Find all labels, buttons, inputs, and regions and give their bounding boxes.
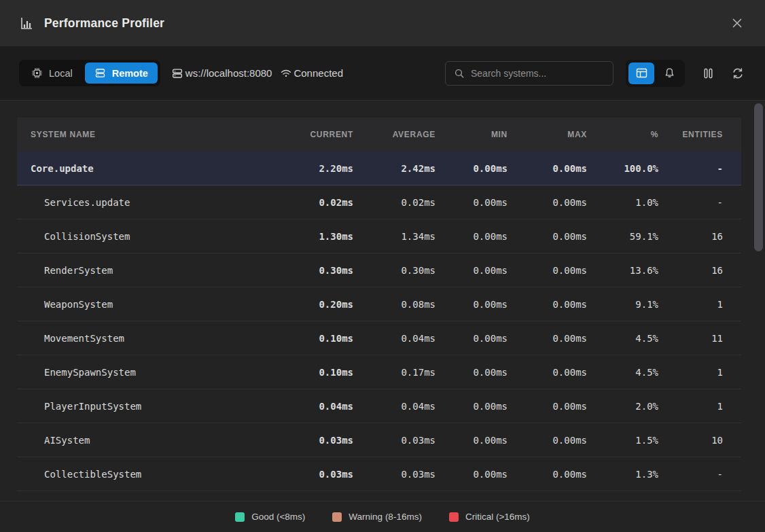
- close-icon[interactable]: [727, 13, 747, 33]
- table-row[interactable]: Services.update 0.02ms 0.02ms 0.00ms 0.0…: [17, 185, 741, 219]
- column-header-system-name[interactable]: SYSTEM NAME: [17, 130, 272, 139]
- local-mode-label: Local: [49, 68, 73, 79]
- cpu-icon: [31, 67, 43, 79]
- percent-cell: 100.0%: [587, 163, 658, 174]
- column-header-current[interactable]: CURRENT: [272, 130, 353, 139]
- entities-cell: 16: [658, 231, 741, 242]
- systems-table: SYSTEM NAME CURRENT AVERAGE MIN MAX % EN…: [17, 118, 741, 491]
- current-cell: 0.10ms: [272, 333, 353, 344]
- current-cell: 0.20ms: [272, 299, 353, 310]
- percent-cell: 2.0%: [587, 401, 658, 412]
- refresh-button[interactable]: [728, 64, 747, 83]
- table-header: SYSTEM NAME CURRENT AVERAGE MIN MAX % EN…: [17, 118, 741, 152]
- current-cell: 2.20ms: [272, 163, 353, 174]
- current-cell: 0.10ms: [272, 367, 353, 378]
- table-row[interactable]: EnemySpawnSystem 0.10ms 0.17ms 0.00ms 0.…: [17, 355, 741, 389]
- system-name-cell: AISystem: [17, 435, 272, 446]
- current-cell: 0.03ms: [272, 435, 353, 446]
- average-cell: 0.02ms: [353, 197, 435, 208]
- max-cell: 0.00ms: [508, 163, 587, 174]
- legend-swatch: [332, 512, 342, 522]
- table-row[interactable]: WeaponSystem 0.20ms 0.08ms 0.00ms 0.00ms…: [17, 287, 741, 321]
- column-header-max[interactable]: MAX: [508, 130, 587, 139]
- min-cell: 0.00ms: [435, 435, 508, 446]
- column-header-min[interactable]: MIN: [435, 130, 508, 139]
- bell-icon: [664, 67, 675, 79]
- max-cell: 0.00ms: [508, 367, 587, 378]
- table-row[interactable]: RenderSystem 0.30ms 0.30ms 0.00ms 0.00ms…: [17, 253, 741, 287]
- current-cell: 0.04ms: [272, 401, 353, 412]
- wifi-icon: [280, 68, 292, 79]
- average-cell: 0.30ms: [353, 265, 435, 276]
- table-row[interactable]: CollectibleSystem 0.03ms 0.03ms 0.00ms 0…: [17, 457, 741, 491]
- column-header-entities[interactable]: ENTITIES: [658, 130, 741, 139]
- legend-swatch: [235, 512, 245, 522]
- table-row[interactable]: PlayerInputSystem 0.04ms 0.04ms 0.00ms 0…: [17, 389, 741, 423]
- current-cell: 0.30ms: [272, 265, 353, 276]
- search-input[interactable]: [471, 68, 605, 79]
- average-cell: 0.08ms: [353, 299, 435, 310]
- connection-info: ws://localhost:8080 Connected: [171, 67, 343, 79]
- system-name-cell: Services.update: [17, 197, 272, 208]
- table-row[interactable]: AISystem 0.03ms 0.03ms 0.00ms 0.00ms 1.5…: [17, 423, 741, 457]
- max-cell: 0.00ms: [508, 197, 587, 208]
- min-cell: 0.00ms: [435, 367, 508, 378]
- remote-mode-label: Remote: [112, 68, 148, 79]
- percent-cell: 9.1%: [587, 299, 658, 310]
- pause-button[interactable]: [698, 64, 717, 83]
- average-cell: 0.03ms: [353, 469, 435, 480]
- entities-cell: -: [658, 469, 741, 480]
- connection-url: ws://localhost:8080: [185, 67, 272, 79]
- table-row[interactable]: MovementSystem 0.10ms 0.04ms 0.00ms 0.00…: [17, 321, 741, 355]
- max-cell: 0.00ms: [508, 231, 587, 242]
- bar-chart-icon: [19, 16, 34, 31]
- current-cell: 0.02ms: [272, 197, 353, 208]
- current-cell: 1.30ms: [272, 231, 353, 242]
- column-header-percent[interactable]: %: [587, 130, 658, 139]
- min-cell: 0.00ms: [435, 163, 508, 174]
- main-content: SYSTEM NAME CURRENT AVERAGE MIN MAX % EN…: [0, 101, 765, 501]
- toolbar: Local Remote ws://localhost:8080: [0, 46, 765, 101]
- table-row[interactable]: Core.update 2.20ms 2.42ms 0.00ms 0.00ms …: [17, 152, 741, 185]
- min-cell: 0.00ms: [435, 469, 508, 480]
- current-cell: 0.03ms: [272, 469, 353, 480]
- legend-item: Warning (8-16ms): [332, 512, 422, 522]
- percent-cell: 59.1%: [587, 231, 658, 242]
- system-name-cell: RenderSystem: [17, 265, 272, 276]
- min-cell: 0.00ms: [435, 197, 508, 208]
- vertical-scrollbar-thumb[interactable]: [754, 103, 763, 251]
- system-name-cell: EnemySpawnSystem: [17, 367, 272, 378]
- system-name-cell: PlayerInputSystem: [17, 401, 272, 412]
- max-cell: 0.00ms: [508, 265, 587, 276]
- min-cell: 0.00ms: [435, 231, 508, 242]
- legend-swatch: [449, 512, 459, 522]
- entities-cell: 1: [658, 401, 741, 412]
- remote-mode-button[interactable]: Remote: [85, 63, 158, 84]
- max-cell: 0.00ms: [508, 299, 587, 310]
- min-cell: 0.00ms: [435, 333, 508, 344]
- alerts-view-button[interactable]: [656, 63, 682, 84]
- title-bar: Performance Profiler: [0, 0, 765, 46]
- local-mode-button[interactable]: Local: [22, 63, 82, 84]
- column-header-average[interactable]: AVERAGE: [353, 130, 435, 139]
- table-row[interactable]: CollisionSystem 1.30ms 1.34ms 0.00ms 0.0…: [17, 219, 741, 253]
- percent-cell: 1.3%: [587, 469, 658, 480]
- max-cell: 0.00ms: [508, 401, 587, 412]
- mode-toggle-group: Local Remote: [19, 60, 160, 86]
- average-cell: 0.03ms: [353, 435, 435, 446]
- table-view-button[interactable]: [628, 63, 654, 84]
- average-cell: 0.17ms: [353, 367, 435, 378]
- system-name-cell: WeaponSystem: [17, 299, 272, 310]
- average-cell: 0.04ms: [353, 401, 435, 412]
- min-cell: 0.00ms: [435, 299, 508, 310]
- entities-cell: -: [658, 197, 741, 208]
- search-box: [445, 61, 613, 86]
- server-icon: [94, 67, 106, 79]
- table-view-icon: [635, 67, 648, 79]
- legend-label: Warning (8-16ms): [349, 512, 422, 522]
- entities-cell: 10: [658, 435, 741, 446]
- percent-cell: 13.6%: [587, 265, 658, 276]
- legend-item: Good (<8ms): [235, 512, 305, 522]
- min-cell: 0.00ms: [435, 401, 508, 412]
- search-icon: [454, 68, 465, 79]
